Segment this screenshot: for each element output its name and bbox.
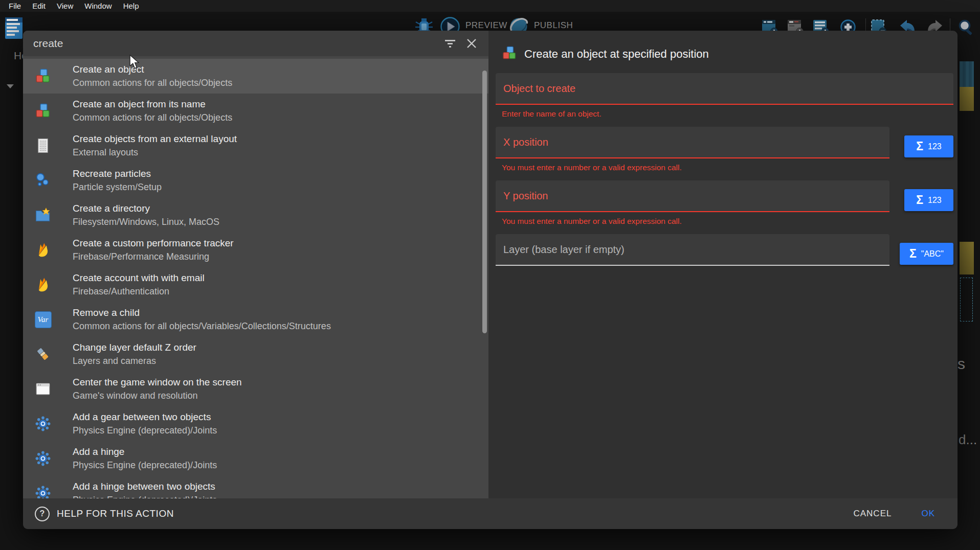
sigma-icon: Σ — [916, 194, 923, 206]
action-item-subtitle: Particle system/Setup — [73, 182, 162, 193]
expression-type-label: 123 — [928, 142, 942, 151]
cancel-button[interactable]: CANCEL — [850, 508, 895, 519]
z-order-icon — [34, 346, 52, 363]
objects-cubes-icon — [501, 45, 518, 63]
expression-builder-button[interactable]: Σ 123 — [904, 135, 953, 157]
ok-button[interactable]: OK — [918, 508, 938, 519]
action-item-title: Recreate particles — [73, 168, 162, 179]
action-parameters-pane: Create an object at specified position O… — [488, 31, 957, 498]
action-list-item[interactable]: Center the game window on the screen Gam… — [23, 372, 488, 406]
action-search-pane: create Create an objec — [23, 31, 488, 498]
parameter-helper-text: Enter the name of an object. — [502, 109, 953, 119]
search-bar[interactable]: create — [23, 31, 488, 56]
search-input[interactable]: create — [33, 37, 435, 50]
scene-object-teal — [960, 61, 974, 87]
menu-item-help[interactable]: Help — [118, 2, 145, 10]
dropdown-arrow-icon[interactable] — [7, 84, 14, 92]
parameter-field-label: Object to create — [503, 83, 575, 95]
parameter-text-field[interactable]: Layer (base layer if empty) — [496, 234, 889, 266]
action-item-subtitle: Game's window and resolution — [73, 391, 242, 401]
background-text: s — [957, 355, 965, 373]
action-list-item[interactable]: Recreate particles Particle system/Setup — [23, 163, 488, 198]
action-item-title: Create an object from its name — [73, 99, 232, 110]
action-list-item[interactable]: Create an object Common actions for all … — [23, 59, 488, 94]
expression-type-label: "ABC" — [921, 249, 944, 259]
objects-cubes-icon — [34, 102, 52, 120]
scene-object-gold — [960, 87, 974, 111]
action-item-title: Remove a child — [73, 307, 331, 318]
action-item-title: Create account with with email — [73, 272, 205, 284]
action-list-item[interactable]: Add a gear between two objects Physics E… — [23, 406, 488, 441]
action-item-subtitle: Filesystem/Windows, Linux, MacOS — [73, 217, 219, 227]
parameter-field-label: Layer (base layer if empty) — [503, 244, 625, 256]
action-title-heading: Create an object at specified position — [524, 48, 709, 61]
action-list-item[interactable]: Create objects from an external layout E… — [23, 128, 488, 163]
search-tool-icon[interactable] — [955, 18, 976, 39]
parameter-field-block: Object to create Enter the name of an ob… — [496, 73, 953, 119]
parameter-text-field[interactable]: Object to create — [496, 73, 953, 105]
action-item-subtitle: Firebase/Authentication — [73, 286, 205, 297]
action-item-subtitle: Physics Engine (deprecated)/Joints — [73, 495, 217, 498]
action-list-item[interactable]: Var Remove a child Common actions for al… — [23, 302, 488, 337]
firebase-flame-icon — [34, 241, 52, 259]
scene-object-gold — [960, 242, 974, 274]
publish-button[interactable]: PUBLISH — [534, 20, 573, 31]
gear-icon — [34, 485, 52, 498]
action-editor-dialog: create Create an objec — [23, 31, 957, 529]
parameter-text-field[interactable]: Y position — [496, 180, 889, 212]
action-list-item[interactable]: Create account with with email Firebase/… — [23, 267, 488, 302]
var-badge-icon: Var — [34, 311, 52, 328]
spreadsheet-icon — [34, 137, 52, 154]
action-item-subtitle: Common actions for all objects/Objects — [73, 78, 232, 88]
parameter-field-block: Y position Σ 123 You must enter a number… — [496, 180, 953, 226]
parameter-helper-text: You must enter a number or a valid expre… — [502, 163, 953, 173]
list-scrollbar[interactable] — [482, 71, 487, 333]
action-list-item[interactable]: Add a hinge between two objects Physics … — [23, 476, 488, 498]
menu-item-view[interactable]: View — [51, 2, 79, 10]
window-icon — [34, 380, 52, 398]
expression-builder-button[interactable]: Σ "ABC" — [900, 243, 953, 265]
parameter-helper-text: You must enter a number or a valid expre… — [502, 217, 953, 226]
action-item-subtitle: Common actions for all objects/Objects — [73, 112, 232, 123]
action-item-title: Add a hinge — [73, 446, 217, 457]
project-manager-icon[interactable] — [4, 15, 25, 43]
sigma-icon: Σ — [916, 141, 923, 152]
action-item-title: Add a hinge between two objects — [73, 481, 217, 492]
action-item-subtitle: Physics Engine (deprecated)/Joints — [73, 460, 217, 471]
action-list-item[interactable]: Create an object from its name Common ac… — [23, 94, 488, 128]
action-item-title: Change layer default Z order — [73, 342, 196, 353]
action-list: Create an object Common actions for all … — [23, 56, 488, 498]
particles-icon — [34, 172, 52, 189]
menu-item-edit[interactable]: Edit — [27, 2, 51, 10]
action-list-item[interactable]: Change layer default Z order Layers and … — [23, 337, 488, 372]
action-item-subtitle: Physics Engine (deprecated)/Joints — [73, 425, 217, 436]
action-item-subtitle: External layouts — [73, 147, 237, 158]
parameter-field-block: X position Σ 123 You must enter a number… — [496, 127, 953, 173]
home-tab[interactable]: Ho — [14, 50, 24, 62]
menu-item-file[interactable]: File — [3, 2, 27, 10]
menu-item-window[interactable]: Window — [79, 2, 117, 10]
close-icon[interactable] — [465, 37, 478, 50]
menubar: FileEditViewWindowHelp — [0, 0, 980, 12]
expression-builder-button[interactable]: Σ 123 — [904, 189, 953, 211]
preview-button[interactable]: PREVIEW — [465, 20, 507, 31]
fields-container: Object to create Enter the name of an ob… — [496, 73, 953, 288]
action-list-item[interactable]: Add a hinge Physics Engine (deprecated)/… — [23, 441, 488, 476]
gear-icon — [34, 450, 52, 467]
mouse-cursor — [129, 55, 139, 72]
action-list-item[interactable]: Create a directory Filesystem/Windows, L… — [23, 198, 488, 233]
action-item-subtitle: Layers and cameras — [73, 356, 196, 366]
sigma-icon: Σ — [909, 248, 917, 260]
action-item-title: Add a gear between two objects — [73, 411, 217, 423]
action-item-subtitle: Common actions for all objects/Variables… — [73, 321, 331, 332]
action-list-item[interactable]: Create a custom performance tracker Fire… — [23, 233, 488, 267]
parameter-field-label: Y position — [503, 190, 548, 202]
expression-type-label: 123 — [928, 196, 942, 205]
filter-icon[interactable] — [443, 37, 457, 50]
action-item-title: Create a directory — [73, 203, 219, 214]
parameter-text-field[interactable]: X position — [496, 127, 889, 158]
firebase-flame-icon — [34, 276, 52, 293]
help-button[interactable]: ? HELP FOR THIS ACTION — [32, 506, 177, 522]
selection-dashed-box — [960, 278, 973, 322]
action-item-subtitle: Firebase/Performance Measuring — [73, 251, 234, 262]
